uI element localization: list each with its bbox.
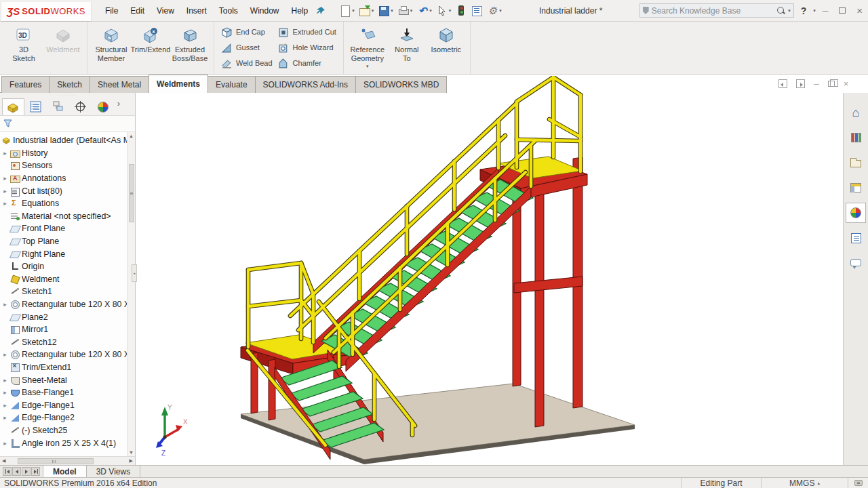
doc-minimize-icon[interactable]: ─ xyxy=(814,80,819,88)
tree-filter-row[interactable] xyxy=(0,116,135,132)
tree-item-material[interactable]: Material <not specified> xyxy=(0,210,127,223)
tree-item-sensors[interactable]: Sensors xyxy=(0,159,127,172)
expand-arrow-icon[interactable]: ▸ xyxy=(2,389,8,396)
tree-item-front-plane[interactable]: Front Plane xyxy=(0,222,127,235)
last-tab-button[interactable] xyxy=(31,467,40,476)
tree-item-sketch12[interactable]: Sketch12 xyxy=(0,336,127,349)
search-icon[interactable] xyxy=(776,6,785,15)
tree-item-angle-iron[interactable]: ▸Angle iron 25 X 25 X 4(1) xyxy=(0,436,127,449)
isometric-button[interactable]: Isometric xyxy=(427,24,466,54)
menu-insert[interactable]: Insert xyxy=(180,3,213,19)
tree-item-right-plane[interactable]: Right Plane xyxy=(0,247,127,260)
options-button[interactable]: ⚙▾ xyxy=(486,5,503,17)
expand-arrow-icon[interactable]: ▸ xyxy=(2,402,8,409)
model-viewport[interactable]: Y X Z xyxy=(136,76,843,465)
pin-menu-icon[interactable] xyxy=(315,5,326,16)
scroll-down-icon[interactable]: ▼ xyxy=(129,450,134,455)
open-button[interactable]: ▾ xyxy=(358,5,376,17)
quick-tips-cell[interactable] xyxy=(848,478,868,488)
tree-item-mirror1[interactable]: Mirror1 xyxy=(0,323,127,336)
tree-item-trim-extend1[interactable]: Trim/Extend1 xyxy=(0,361,127,374)
tree-item-rect-tube-1[interactable]: ▸Rectangular tube 120 X 80 X xyxy=(0,298,127,311)
displaymanager-tab[interactable] xyxy=(92,98,114,115)
rebuild-button[interactable] xyxy=(454,5,468,17)
expand-arrow-icon[interactable]: ▸ xyxy=(2,175,8,182)
collapse-pane-left-icon[interactable] xyxy=(778,79,787,88)
tree-item-top-plane[interactable]: Top Plane xyxy=(0,235,127,248)
structural-member-button[interactable]: StructuralMember xyxy=(92,24,131,63)
tree-item-sketch1[interactable]: Sketch1 xyxy=(0,285,127,298)
tree-item-cut-list[interactable]: ▸Cut list(80) xyxy=(0,184,127,197)
view-settings-button[interactable] xyxy=(470,5,484,17)
tree-item-history[interactable]: ▸History xyxy=(0,147,127,160)
tree-item-base-flange1[interactable]: ▸Base-Flange1 xyxy=(0,386,127,399)
tree-item-origin[interactable]: Origin xyxy=(0,260,127,273)
first-tab-button[interactable] xyxy=(3,467,12,476)
next-tab-button[interactable] xyxy=(22,467,31,476)
new-document-button[interactable]: ▾ xyxy=(338,5,356,17)
tree-root[interactable]: Industrial ladder (Default<As Ma xyxy=(0,134,127,147)
tree-horizontal-scrollbar[interactable]: ◀ ▶ xyxy=(0,456,135,465)
expand-arrow-icon[interactable]: ▸ xyxy=(2,150,8,157)
panel-grip[interactable]: ······ xyxy=(0,93,135,98)
tree-item-annotations[interactable]: ▸Annotations xyxy=(0,172,127,185)
tree-item-sheet-metal[interactable]: ▸Sheet-Metal xyxy=(0,373,127,386)
tab-features[interactable]: Features xyxy=(1,76,50,93)
tab-weldments[interactable]: Weldments xyxy=(149,75,208,93)
propertymanager-tab[interactable] xyxy=(24,98,47,115)
tab-solidworks-add-ins[interactable]: SOLIDWORKS Add-Ins xyxy=(255,76,356,93)
design-library-button[interactable] xyxy=(846,127,866,148)
gusset-button[interactable]: Gusset xyxy=(221,41,273,54)
tab-sketch[interactable]: Sketch xyxy=(49,76,90,93)
tree-vertical-scrollbar[interactable]: ▲ ▼ xyxy=(127,132,135,456)
tab-sheet-metal[interactable]: Sheet Metal xyxy=(90,76,149,93)
undo-button[interactable]: ↶▾ xyxy=(416,5,433,17)
tab-evaluate[interactable]: Evaluate xyxy=(208,76,256,93)
orientation-triad[interactable]: Y X Z xyxy=(156,404,188,457)
tab-solidworks-mbd[interactable]: SOLIDWORKS MBD xyxy=(355,76,447,93)
file-explorer-button[interactable] xyxy=(846,152,866,173)
tree-item-plane2[interactable]: Plane2 xyxy=(0,310,127,323)
appearances-button[interactable] xyxy=(846,203,866,223)
print-button[interactable]: ▾ xyxy=(397,5,414,17)
extruded-boss-base-button[interactable]: ExtrudedBoss/Base xyxy=(170,24,210,63)
expand-arrow-icon[interactable]: ▸ xyxy=(2,188,8,195)
normal-to-button[interactable]: NormalTo xyxy=(387,24,427,63)
weld-bead-button[interactable]: Weld Bead xyxy=(221,56,273,70)
scroll-up-icon[interactable]: ▲ xyxy=(129,134,134,138)
dimxpertmanager-tab[interactable] xyxy=(69,98,92,115)
view-palette-button[interactable] xyxy=(846,178,866,198)
scroll-left-icon[interactable]: ◀ xyxy=(2,458,5,464)
panel-collapse-handle[interactable]: ◂ xyxy=(132,264,137,282)
menu-file[interactable]: File xyxy=(99,3,124,19)
tree-item-sketch25[interactable]: (-) Sketch25 xyxy=(0,424,127,437)
3d-views-tab[interactable]: 3D Views xyxy=(87,466,140,477)
expand-arrow-icon[interactable]: ▸ xyxy=(2,414,8,421)
featuremanager-tree-tab[interactable] xyxy=(2,98,24,115)
expand-arrow-icon[interactable]: ▸ xyxy=(2,377,8,384)
hole-wizard-button[interactable]: * Hole Wizard xyxy=(278,41,336,54)
tree-item-edge-flange1[interactable]: ▸Edge-Flange1 xyxy=(0,399,127,411)
home-button[interactable]: ⌂ xyxy=(846,102,866,123)
select-button[interactable]: ▾ xyxy=(435,5,453,17)
search-caret-icon[interactable]: ▾ xyxy=(788,8,791,14)
expand-arrow-icon[interactable]: ▸ xyxy=(2,301,8,308)
extruded-cut-button[interactable]: Extruded Cut xyxy=(278,25,336,39)
model-tab[interactable]: Model xyxy=(43,466,87,477)
expand-arrow-icon[interactable]: ▸ xyxy=(2,440,8,447)
units-selector[interactable]: MMGS▴ xyxy=(761,478,848,488)
trim-extend-button[interactable]: x Trim/Extend xyxy=(131,24,170,54)
configurationmanager-tab[interactable] xyxy=(47,98,69,115)
tree-item-weldment[interactable]: Weldment xyxy=(0,273,127,286)
menu-edit[interactable]: Edit xyxy=(124,3,151,19)
minimize-button[interactable]: ─ xyxy=(823,6,829,16)
menu-window[interactable]: Window xyxy=(244,3,285,19)
tree-item-edge-flange2[interactable]: ▸Edge-Flange2 xyxy=(0,411,127,424)
expand-arrow-icon[interactable]: ▸ xyxy=(2,200,8,207)
3d-sketch-button[interactable]: 3D 3DSketch xyxy=(4,24,43,63)
prev-tab-button[interactable] xyxy=(12,467,21,476)
custom-properties-button[interactable] xyxy=(846,228,866,248)
tree-item-equations[interactable]: ▸Equations xyxy=(0,197,127,210)
expand-arrow-icon[interactable]: ▸ xyxy=(2,351,8,358)
scroll-right-icon[interactable]: ▶ xyxy=(130,458,133,464)
